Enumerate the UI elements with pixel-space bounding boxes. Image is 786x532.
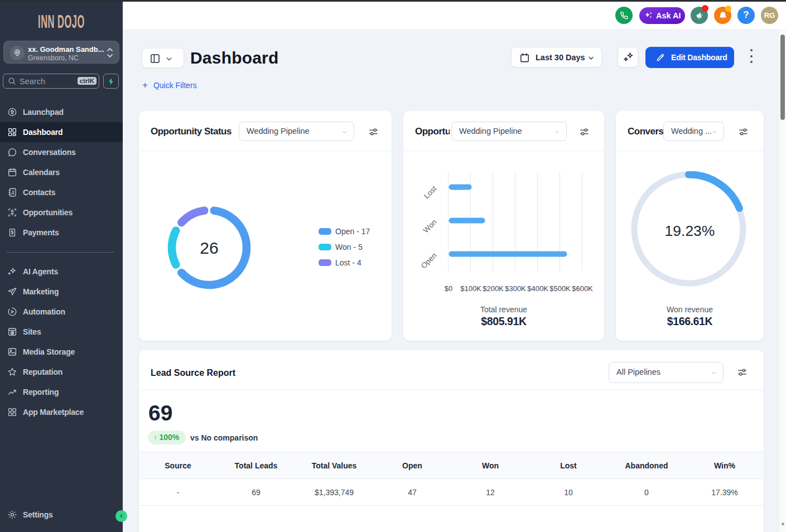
svg-text:$300K: $300K [505, 284, 526, 293]
svg-text:$500K: $500K [549, 284, 571, 293]
svg-text:$200K: $200K [483, 284, 504, 293]
svg-text:Lost: Lost [422, 184, 438, 200]
svg-text:$600K: $600K [572, 284, 593, 293]
svg-text:$0: $0 [445, 284, 452, 293]
svg-text:$100K: $100K [460, 284, 481, 293]
svg-text:Won: Won [422, 218, 438, 235]
svg-text:$400K: $400K [527, 284, 548, 293]
svg-text:Open: Open [419, 252, 438, 270]
